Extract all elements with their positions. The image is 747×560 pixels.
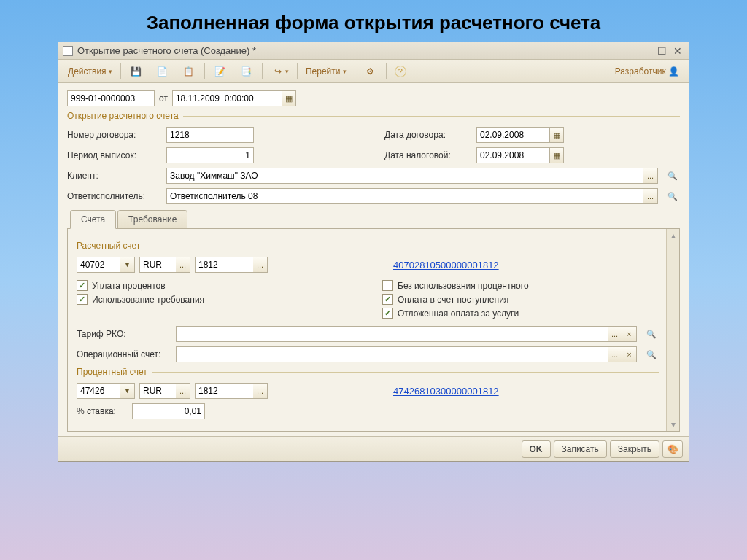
contract-num-input[interactable]: [166, 127, 254, 143]
tab-requirement[interactable]: Требование: [117, 210, 187, 229]
client-input[interactable]: [166, 168, 643, 184]
actions-label: Действия: [68, 66, 107, 77]
close-button[interactable]: Закрыть: [610, 440, 659, 458]
section-open-title: Открытие расчетного счета: [67, 111, 183, 121]
developer-label: Разработчик: [615, 66, 666, 77]
ellipsis-button[interactable]: ...: [253, 383, 268, 399]
from-label: от: [159, 93, 168, 104]
toolbar: Действия ▾ 💾 📄 📋 📝 📑 ↪▾ Перейти ▾ ⚙ ? Ра…: [58, 60, 689, 83]
ellipsis-button[interactable]: ...: [643, 168, 658, 184]
percent-currency-input[interactable]: [139, 383, 176, 399]
clear-icon[interactable]: ×: [622, 346, 637, 362]
toolbar-icon-6[interactable]: ↪▾: [266, 63, 294, 80]
clear-icon[interactable]: ×: [622, 326, 637, 342]
tariff-label: Тариф РКО:: [77, 329, 171, 339]
titlebar: Открытие расчетного счета (Создание) * —…: [58, 42, 689, 60]
person-icon: 👤: [668, 66, 679, 77]
save-button[interactable]: Записать: [554, 440, 607, 458]
ok-button[interactable]: OK: [522, 440, 551, 458]
toolbar-icon-5[interactable]: 📑: [234, 63, 259, 80]
executor-input[interactable]: [166, 188, 643, 204]
scroll-down-icon[interactable]: ▾: [667, 418, 679, 431]
scroll-up-icon[interactable]: ▴: [667, 229, 679, 242]
doc-number-input[interactable]: [67, 90, 155, 106]
magnifier-icon[interactable]: 🔍: [644, 326, 659, 342]
dropdown-icon: ▾: [109, 68, 112, 75]
contract-date-input[interactable]: [476, 127, 549, 143]
help-button[interactable]: ?: [390, 63, 411, 80]
percent-section-title: Процентный счет: [77, 367, 152, 377]
executor-label: Ответисполнитель:: [67, 191, 162, 201]
op-account-input[interactable]: [176, 346, 608, 362]
chk-use-req-label: Использование требования: [92, 295, 204, 305]
ellipsis-button[interactable]: ...: [253, 257, 268, 273]
chk-deferred[interactable]: [382, 308, 393, 319]
minimize-button[interactable]: —: [639, 44, 652, 58]
goto-menu[interactable]: Перейти ▾: [301, 63, 352, 80]
ellipsis-button[interactable]: ...: [643, 188, 658, 204]
statement-period-label: Период выписок:: [67, 150, 162, 160]
goto-label: Перейти: [306, 66, 341, 77]
chk-no-percent[interactable]: [382, 280, 393, 291]
actions-menu[interactable]: Действия ▾: [63, 63, 117, 80]
percent-code2-input[interactable]: [195, 383, 253, 399]
app-icon: [63, 46, 73, 56]
account-section-title: Расчетный счет: [77, 241, 144, 251]
account-code2-input[interactable]: [195, 257, 253, 273]
developer-link[interactable]: Разработчик 👤: [610, 63, 684, 80]
chk-pay-incoming-label: Оплата в счет поступления: [398, 295, 508, 305]
rate-input[interactable]: [132, 403, 205, 419]
currency-input[interactable]: [139, 257, 176, 273]
toolbar-icon-3[interactable]: 📋: [177, 63, 201, 80]
maximize-button[interactable]: ☐: [655, 44, 668, 58]
calendar-icon[interactable]: ▦: [282, 90, 296, 106]
toolbar-icon-4[interactable]: 📝: [208, 63, 233, 80]
tab-accounts[interactable]: Счета: [70, 210, 116, 229]
tab-panel-accounts: ▴ ▾ Расчетный счет ▼ ... ...: [67, 228, 680, 432]
calendar-icon[interactable]: ▦: [549, 127, 564, 143]
chk-interest-label: Уплата процентов: [92, 281, 166, 291]
dropdown-icon: ▾: [343, 68, 347, 75]
rate-label: % ставка:: [77, 406, 128, 416]
account-number-link[interactable]: 40702810500000001812: [393, 260, 499, 271]
op-account-label: Операционный счет:: [77, 349, 171, 359]
dropdown-icon: ▾: [285, 68, 289, 75]
toolbar-icon-1[interactable]: 💾: [124, 63, 149, 80]
toolbar-icon-7[interactable]: ⚙: [358, 63, 383, 80]
toolbar-icon-2[interactable]: 📄: [150, 63, 175, 80]
percent-code1-input[interactable]: [77, 383, 120, 399]
scrollbar[interactable]: ▴ ▾: [666, 229, 679, 431]
window-title: Открытие расчетного счета (Создание) *: [77, 45, 636, 56]
chk-pay-incoming[interactable]: [382, 294, 393, 305]
chk-interest[interactable]: [77, 280, 88, 291]
tax-date-label: Дата налоговой:: [384, 150, 472, 160]
footer-icon-button[interactable]: 🎨: [662, 440, 683, 458]
ellipsis-button[interactable]: ...: [176, 257, 190, 273]
close-window-button[interactable]: ✕: [671, 44, 684, 58]
chk-use-req[interactable]: [77, 294, 88, 305]
magnifier-icon[interactable]: 🔍: [665, 188, 680, 204]
statement-period-input[interactable]: [166, 147, 254, 163]
contract-num-label: Номер договора:: [67, 130, 162, 140]
slide-title: Заполненная форма открытия расчетного сч…: [0, 0, 747, 42]
chk-no-percent-label: Без использования процентного: [398, 281, 529, 291]
magnifier-icon[interactable]: 🔍: [665, 168, 680, 184]
tariff-input[interactable]: [176, 326, 608, 342]
account-code1-input[interactable]: [77, 257, 120, 273]
dropdown-icon[interactable]: ▼: [120, 257, 135, 273]
ellipsis-button[interactable]: ...: [176, 383, 190, 399]
chk-deferred-label: Отложенная оплата за услуги: [398, 308, 519, 319]
ellipsis-button[interactable]: ...: [608, 326, 622, 342]
contract-date-label: Дата договора:: [384, 130, 472, 140]
tax-date-input[interactable]: [476, 147, 549, 163]
doc-date-input[interactable]: [172, 90, 282, 106]
ellipsis-button[interactable]: ...: [608, 346, 622, 362]
magnifier-icon[interactable]: 🔍: [644, 346, 659, 362]
calendar-icon[interactable]: ▦: [549, 147, 564, 163]
tab-bar: Счета Требование: [67, 210, 680, 229]
app-window: Открытие расчетного счета (Создание) * —…: [58, 42, 689, 462]
form-content: от ▦ Открытие расчетного счета Номер дог…: [58, 83, 689, 436]
percent-account-link[interactable]: 47426810300000001812: [393, 386, 499, 397]
dropdown-icon[interactable]: ▼: [120, 383, 135, 399]
footer-bar: OK Записать Закрыть 🎨: [58, 436, 689, 461]
